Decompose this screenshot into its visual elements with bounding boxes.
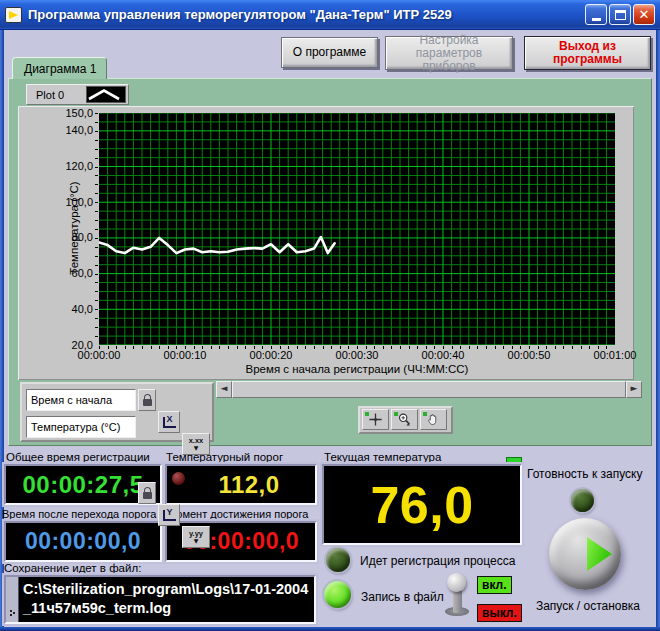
y-axis-ticks <box>95 113 98 345</box>
file-write-led-label: Запись в файл <box>361 590 444 604</box>
threshold-led <box>172 472 185 485</box>
crosshair-icon <box>368 412 383 427</box>
start-stop-label: Запуск / остановка <box>529 599 647 613</box>
minimize-icon <box>592 18 601 21</box>
after-threshold-display: 00:00:00,0 <box>4 521 162 562</box>
tab-diagram-1[interactable]: Диаграмма 1 <box>12 57 107 79</box>
threshold-moment-label: Момент достижения порога <box>167 508 308 520</box>
scrollbar-left-arrow[interactable]: ◄ <box>216 381 232 398</box>
plot-legend[interactable]: Plot 0 <box>26 84 129 105</box>
x-scale-lock-button[interactable] <box>138 389 156 411</box>
zoom-tool-button[interactable] <box>391 409 418 430</box>
x-tick-label: 00:00:50 <box>501 349 557 361</box>
registration-led-label: Идет регистрация процесса <box>360 554 515 568</box>
y-axis-labels: 20,040,060,080,0100,0120,0140,0150,0 <box>18 106 96 380</box>
y-tick-label: 120,0 <box>37 160 93 172</box>
caret-down-icon: ▼ <box>194 538 199 544</box>
x-tick-label: 00:00:00 <box>71 349 127 361</box>
close-icon: ✕ <box>639 8 650 21</box>
y-tick-label: 40,0 <box>37 303 93 315</box>
current-temp-label: Текущая температура <box>324 451 441 463</box>
x-autoscale-button[interactable]: X <box>158 411 180 433</box>
magnifier-icon <box>397 412 412 427</box>
y-tick-label: 100,0 <box>37 196 93 208</box>
lock-icon <box>143 492 152 499</box>
comm-indicator <box>506 457 522 463</box>
registration-led <box>326 548 350 572</box>
lock-icon <box>143 399 152 406</box>
scrollbar-thumb[interactable] <box>232 381 626 398</box>
switch-on-label[interactable]: вкл. <box>477 576 512 594</box>
y-tick-label: 80,0 <box>37 231 93 243</box>
scrollbar-right-arrow[interactable]: ► <box>626 381 642 398</box>
x-tick-label: 00:00:30 <box>329 349 385 361</box>
window-border-right <box>656 30 660 627</box>
graph-x-scrollbar[interactable]: ◄ ► <box>216 381 642 398</box>
x-tick-label: 00:00:20 <box>243 349 299 361</box>
ready-led <box>571 489 594 512</box>
settings-button[interactable]: Настройка параметров приборов <box>385 36 513 70</box>
file-write-led <box>324 581 351 608</box>
y-scale-name-input[interactable]: Температура (°C) <box>26 416 136 438</box>
maximize-button[interactable] <box>609 4 631 25</box>
window-border-bottom <box>0 627 660 631</box>
y-autoscale-button[interactable]: Y <box>158 504 180 526</box>
y-axis-icon: Y <box>163 510 176 521</box>
x-axis-title: Время с начала регистрации (ЧЧ:ММ:СС) <box>99 363 615 375</box>
plot-legend-label: Plot 0 <box>36 89 64 101</box>
cursor-tool-button[interactable] <box>362 409 389 430</box>
tool-active-dot <box>394 412 398 416</box>
play-icon <box>587 537 612 571</box>
hand-icon <box>426 412 441 427</box>
start-stop-button[interactable] <box>549 518 621 590</box>
file-saving-label: Сохранение идет в файл: <box>4 562 141 574</box>
about-button[interactable]: О программе <box>281 37 378 68</box>
y-tick-label: 150,0 <box>37 107 93 119</box>
graph-widget: Температура (°C) 20,040,060,080,0100,012… <box>18 106 634 380</box>
after-threshold-label: Время после перехода порога <box>2 508 156 520</box>
x-scale-name-input[interactable]: Время с начала <box>26 389 136 411</box>
line-style-icon <box>87 87 121 102</box>
caret-down-icon: ▼ <box>194 445 199 451</box>
tool-active-dot <box>423 412 427 416</box>
window-title: Программа управления терморегулятором "Д… <box>28 7 583 22</box>
threshold-display: 112,0 <box>165 464 317 505</box>
plot-svg[interactable] <box>99 113 615 345</box>
y-scale-lock-button[interactable] <box>138 482 156 504</box>
maximize-icon <box>615 10 626 20</box>
y-tick-label: 140,0 <box>37 124 93 136</box>
minimize-button[interactable] <box>585 4 607 25</box>
path-icon <box>6 577 19 622</box>
file-path-value: C:\Sterilization_program\Logs\17-01-2004… <box>19 577 314 622</box>
file-write-switch[interactable] <box>447 573 466 592</box>
ready-label: Готовность к запуску <box>527 467 642 481</box>
file-path-box: C:\Sterilization_program\Logs\17-01-2004… <box>4 575 316 624</box>
x-format-button[interactable]: x.xx▼ <box>182 433 210 455</box>
app-window: Программа управления терморегулятором "Д… <box>0 0 660 631</box>
x-tick-label: 00:01:00 <box>587 349 643 361</box>
x-tick-label: 00:00:10 <box>157 349 213 361</box>
x-tick-label: 00:00:40 <box>415 349 471 361</box>
switch-off-label[interactable]: выкл. <box>477 604 522 622</box>
graph-palette <box>358 406 453 434</box>
plot-line-sample[interactable] <box>86 86 126 103</box>
y-tick-label: 60,0 <box>37 267 93 279</box>
switch-stem <box>453 589 462 613</box>
pan-tool-button[interactable] <box>420 409 447 430</box>
current-temp-display: 76,0 <box>322 464 522 545</box>
x-axis-icon: X <box>163 417 176 428</box>
y-format-button[interactable]: y.yy▼ <box>182 526 210 548</box>
exit-button[interactable]: Выход из программы <box>524 36 651 70</box>
scale-legend: Время с начала X x.xx▼ Температура (°C) … <box>20 382 214 442</box>
close-button[interactable]: ✕ <box>633 4 655 25</box>
total-time-label: Общее время регистрации <box>6 451 150 463</box>
app-icon <box>5 7 22 23</box>
title-bar[interactable]: Программа управления терморегулятором "Д… <box>0 0 660 30</box>
tool-active-dot <box>365 412 369 416</box>
